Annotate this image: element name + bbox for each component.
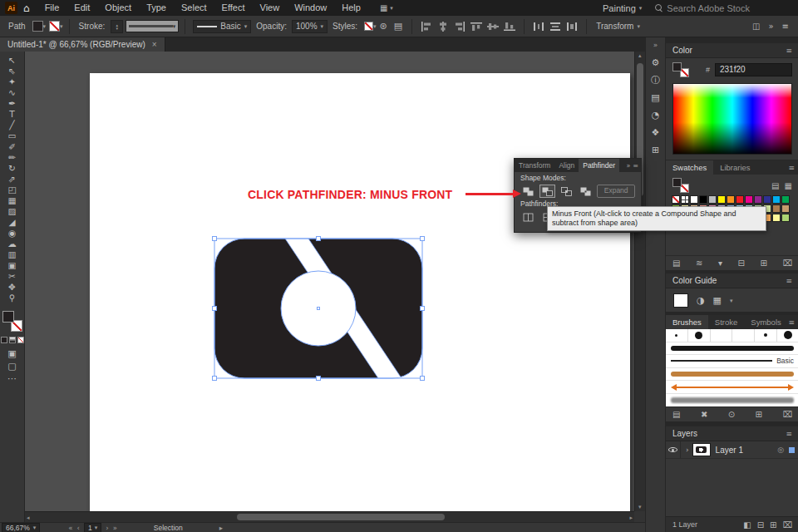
- scroll-up-icon[interactable]: ▴: [638, 52, 642, 59]
- menu-item[interactable]: Object: [97, 0, 139, 16]
- slice-tool[interactable]: ✂: [2, 271, 22, 282]
- hand-tool[interactable]: ✥: [2, 282, 22, 293]
- swatch[interactable]: [699, 195, 707, 204]
- opacity-select[interactable]: 100% ▾: [292, 20, 328, 33]
- brush-libraries-icon[interactable]: ▤: [672, 410, 680, 419]
- color-panel-header[interactable]: Color ≡: [666, 43, 798, 58]
- layers-panel-header[interactable]: Layers ≡: [666, 426, 798, 441]
- status-menu-icon[interactable]: ▸: [219, 524, 223, 532]
- distribute-horizontal-icon[interactable]: [533, 22, 544, 32]
- exclude-button[interactable]: [578, 185, 594, 198]
- document-setup-icon[interactable]: ▤: [394, 21, 402, 32]
- align-top-icon[interactable]: [470, 22, 482, 32]
- new-sublayer-icon[interactable]: ⊟: [757, 520, 764, 530]
- type-tool[interactable]: T: [2, 109, 22, 120]
- caret-icon[interactable]: ▾: [637, 23, 640, 30]
- stroke-weight-stepper[interactable]: ▴▾: [111, 20, 123, 33]
- rectangle-tool[interactable]: ▭: [2, 131, 22, 141]
- panel-menu-icon[interactable]: ≡: [633, 162, 638, 170]
- swatch[interactable]: [763, 195, 771, 204]
- previous-artboard-icon[interactable]: ‹: [77, 524, 80, 532]
- fill-color-swatch[interactable]: [32, 21, 43, 32]
- close-tab-icon[interactable]: ×: [152, 40, 157, 49]
- scale-tool[interactable]: ⇗: [2, 174, 22, 185]
- blend-tool[interactable]: ◉: [2, 228, 22, 239]
- layer-name[interactable]: Layer 1: [716, 446, 743, 455]
- selection-indicator[interactable]: [789, 447, 795, 453]
- swatch[interactable]: [708, 195, 717, 204]
- color-mode-button[interactable]: [1, 337, 7, 343]
- menu-item[interactable]: Window: [287, 0, 334, 16]
- swatch[interactable]: [672, 195, 680, 204]
- expand-panels-icon[interactable]: »: [653, 41, 658, 49]
- menu-item[interactable]: Select: [174, 0, 214, 16]
- scroll-right-icon[interactable]: ▸: [629, 515, 633, 521]
- align-right-icon[interactable]: [454, 22, 466, 32]
- color-guide-options-icon[interactable]: ▦: [713, 295, 722, 306]
- remove-brush-stroke-icon[interactable]: ✖: [701, 410, 707, 419]
- swatch[interactable]: [772, 195, 781, 204]
- gradient-tool[interactable]: ▨: [2, 206, 22, 217]
- new-swatch-icon[interactable]: ⊞: [761, 259, 767, 268]
- tab-symbols[interactable]: Symbols: [744, 315, 787, 329]
- stroke-color-swatch[interactable]: [49, 21, 60, 32]
- zoom-tool[interactable]: ⚲: [2, 293, 22, 303]
- libraries-icon[interactable]: ▤: [646, 89, 666, 106]
- expand-panel-icon[interactable]: »: [626, 162, 630, 170]
- direct-selection-tool[interactable]: ⇖: [2, 66, 22, 76]
- next-artboard-icon[interactable]: ›: [106, 524, 108, 532]
- new-brush-icon[interactable]: ⊞: [756, 410, 762, 419]
- delete-brush-icon[interactable]: ⌧: [782, 410, 792, 419]
- info-icon[interactable]: ⓘ: [646, 71, 666, 89]
- swatch[interactable]: [736, 195, 744, 204]
- expand-button[interactable]: Expand: [597, 185, 635, 198]
- settings-icon[interactable]: ⚙: [646, 54, 666, 71]
- menu-item[interactable]: Type: [139, 0, 174, 16]
- drawing-modes-icon[interactable]: ▣: [2, 347, 22, 360]
- swatch[interactable]: [727, 195, 735, 204]
- distribute-spacing-icon[interactable]: [566, 22, 578, 32]
- swatch[interactable]: [781, 195, 790, 204]
- fill-stroke-indicator[interactable]: [2, 311, 22, 332]
- swatch[interactable]: [781, 214, 790, 222]
- hex-value-field[interactable]: 231f20: [715, 63, 792, 76]
- distribute-vertical-icon[interactable]: [549, 22, 561, 32]
- brush-item-calligraphic[interactable]: [666, 329, 798, 342]
- none-mode-button[interactable]: [17, 337, 24, 343]
- selection-tool[interactable]: ↖: [2, 55, 22, 66]
- magic-wand-tool[interactable]: ✦: [2, 76, 22, 87]
- search-input[interactable]: Search Adobe Stock: [655, 3, 750, 13]
- column-graph-tool[interactable]: ▥: [2, 249, 22, 260]
- fill-stroke-indicator[interactable]: [672, 62, 689, 77]
- history-icon[interactable]: ◔: [646, 106, 666, 124]
- screen-mode-icon[interactable]: ▢: [2, 360, 22, 372]
- arrange-documents-icon[interactable]: ◫: [752, 22, 760, 31]
- grid-view-icon[interactable]: ▦: [785, 181, 792, 190]
- export-icon[interactable]: ⊞: [646, 141, 666, 159]
- swatch[interactable]: [781, 204, 790, 213]
- artboard-number-select[interactable]: 1 ▾: [84, 523, 101, 532]
- artboard-tool[interactable]: ▣: [2, 260, 22, 271]
- document-tab[interactable]: Untitled-1* @ 66,67% (RGB/Preview) ×: [0, 37, 165, 52]
- pen-tool[interactable]: ✒: [2, 98, 22, 109]
- limit-color-group-icon[interactable]: ◑: [697, 295, 705, 306]
- swatch[interactable]: [681, 195, 689, 204]
- menu-item[interactable]: Help: [334, 0, 368, 16]
- mesh-tool[interactable]: ▦: [2, 195, 22, 206]
- tab-align[interactable]: Align: [554, 159, 579, 172]
- new-layer-icon[interactable]: ⊞: [770, 520, 776, 530]
- symbols-icon[interactable]: ❖: [646, 124, 666, 141]
- brush-options-icon[interactable]: ⊙: [728, 410, 735, 419]
- brush-item-tan-stroke[interactable]: [666, 368, 798, 382]
- caret-icon[interactable]: ▾: [43, 23, 47, 30]
- zoom-level-select[interactable]: 66,67% ▾: [2, 523, 40, 532]
- color-spectrum[interactable]: [672, 83, 792, 155]
- expand-layer-icon[interactable]: ›: [686, 446, 689, 454]
- swatch[interactable]: [717, 195, 726, 204]
- horizontal-scroll-thumb[interactable]: [237, 514, 445, 520]
- collapse-icon[interactable]: »: [768, 22, 773, 31]
- paintbrush-tool[interactable]: ✐: [2, 141, 22, 152]
- panel-menu-icon[interactable]: ≡: [786, 47, 792, 55]
- delete-swatch-icon[interactable]: ⌧: [782, 259, 792, 268]
- caret-icon[interactable]: ▾: [60, 23, 63, 30]
